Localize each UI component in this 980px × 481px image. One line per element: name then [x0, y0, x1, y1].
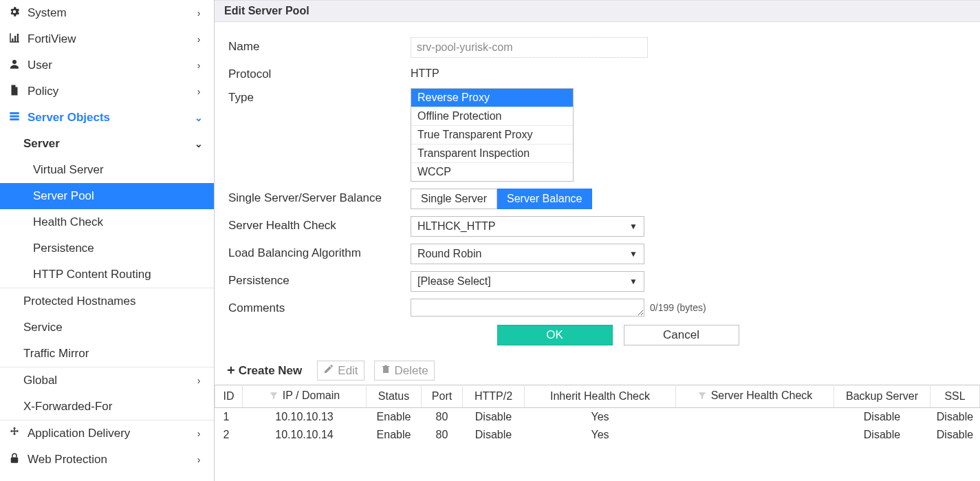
- svg-rect-1: [10, 112, 19, 114]
- create-new-button[interactable]: + Create New: [221, 361, 307, 381]
- chevron-right-icon: ›: [192, 86, 206, 97]
- sidebar-item-user[interactable]: User ›: [0, 52, 214, 78]
- cell-ip: 10.10.10.14: [243, 426, 367, 444]
- th-status[interactable]: Status: [367, 385, 422, 408]
- health-select[interactable]: HLTHCK_HTTP ▼: [411, 216, 644, 237]
- sidebar-item-web-protection[interactable]: Web Protection ›: [0, 447, 214, 473]
- doc-icon: [8, 84, 21, 100]
- th-shc[interactable]: Server Health Check: [676, 385, 834, 408]
- comments-input[interactable]: [411, 299, 644, 317]
- edit-button[interactable]: Edit: [317, 361, 364, 381]
- sidebar-item-label: Persistence: [33, 242, 94, 255]
- plus-icon: +: [227, 363, 235, 378]
- chevron-right-icon: ›: [192, 375, 206, 386]
- table-row[interactable]: 2 10.10.10.14 Enable 80 Disable Yes Disa…: [215, 426, 980, 444]
- caret-down-icon: ▼: [629, 222, 638, 231]
- edit-icon: [323, 363, 334, 378]
- balance-toggle: Single Server Server Balance: [411, 189, 966, 209]
- filter-icon: [269, 391, 279, 400]
- sidebar-item-http-content-routing[interactable]: HTTP Content Routing: [0, 261, 214, 288]
- delete-icon: [380, 363, 391, 378]
- svg-point-0: [12, 60, 17, 64]
- sidebar-item-policy[interactable]: Policy ›: [0, 78, 214, 105]
- cell-shc: [676, 426, 834, 444]
- th-ssl[interactable]: SSL: [930, 385, 980, 408]
- sidebar-item-fortiview[interactable]: FortiView ›: [0, 26, 214, 52]
- sidebar-item-traffic-mirror[interactable]: Traffic Mirror: [0, 341, 214, 367]
- type-option-transparent-inspection[interactable]: Transparent Inspection: [411, 145, 573, 163]
- table-row[interactable]: 1 10.10.10.13 Enable 80 Disable Yes Disa…: [215, 408, 980, 427]
- toggle-server-balance[interactable]: Server Balance: [497, 189, 592, 209]
- sidebar-item-server-objects[interactable]: Server Objects ⌄: [0, 105, 214, 131]
- th-id[interactable]: ID: [215, 385, 243, 408]
- user-icon: [8, 58, 21, 74]
- create-label: Create New: [239, 364, 303, 378]
- sidebar-item-label: Web Protection: [28, 453, 107, 467]
- caret-down-icon: ▼: [629, 249, 638, 259]
- cell-ssl: Disable: [930, 426, 980, 444]
- sidebar-item-label: HTTP Content Routing: [33, 268, 151, 281]
- sidebar-item-label: Service: [23, 321, 63, 334]
- sidebar-item-server[interactable]: Server ⌄: [0, 131, 214, 157]
- algo-select[interactable]: Round Robin ▼: [411, 244, 644, 264]
- persistence-value: [Please Select]: [417, 275, 491, 288]
- balance-label: Single Server/Server Balance: [228, 189, 411, 205]
- caret-down-icon: ▼: [629, 277, 638, 286]
- sidebar-item-label: X-Forwarded-For: [23, 400, 112, 414]
- cell-ip: 10.10.10.13: [243, 408, 367, 427]
- type-option-offline-protection[interactable]: Offline Protection: [411, 107, 573, 126]
- name-label: Name: [228, 37, 411, 54]
- algo-label: Load Balancing Algorithm: [228, 244, 411, 260]
- sidebar-item-global[interactable]: Global ›: [0, 367, 214, 394]
- type-option-reverse-proxy[interactable]: Reverse Proxy: [411, 89, 573, 107]
- cell-inherit: Yes: [525, 426, 676, 444]
- cell-backup: Disable: [834, 408, 930, 427]
- sidebar-item-label: Application Delivery: [28, 427, 130, 440]
- th-port[interactable]: Port: [422, 385, 463, 408]
- th-ip[interactable]: IP / Domain: [243, 385, 367, 408]
- protocol-label: Protocol: [228, 65, 411, 81]
- cell-inherit: Yes: [525, 408, 676, 427]
- sidebar-item-protected-hostnames[interactable]: Protected Hostnames: [0, 288, 214, 314]
- chevron-right-icon: ›: [192, 34, 206, 45]
- sidebar-item-server-pool[interactable]: Server Pool: [0, 183, 214, 209]
- name-input[interactable]: [411, 37, 648, 58]
- chart-icon: [8, 32, 21, 47]
- sidebar-item-persistence[interactable]: Persistence: [0, 235, 214, 261]
- cell-id: 1: [215, 408, 243, 427]
- toggle-single-server[interactable]: Single Server: [411, 189, 497, 209]
- sidebar-item-health-check[interactable]: Health Check: [0, 209, 214, 235]
- sidebar-item-service[interactable]: Service: [0, 314, 214, 341]
- edit-label: Edit: [338, 364, 358, 378]
- sidebar-item-x-forwarded-for[interactable]: X-Forwarded-For: [0, 394, 214, 420]
- sidebar-item-application-delivery[interactable]: Application Delivery ›: [0, 420, 214, 447]
- th-inherit[interactable]: Inherit Health Check: [525, 385, 676, 408]
- cell-id: 2: [215, 426, 243, 444]
- persistence-select[interactable]: [Please Select] ▼: [411, 271, 644, 292]
- cell-ssl: Disable: [930, 408, 980, 427]
- chevron-down-icon: ⌄: [192, 112, 206, 123]
- cell-shc: [676, 408, 834, 427]
- sidebar-item-label: FortiView: [28, 32, 76, 46]
- th-backup[interactable]: Backup Server: [834, 385, 930, 408]
- ok-button[interactable]: OK: [497, 325, 613, 345]
- type-option-true-transparent-proxy[interactable]: True Transparent Proxy: [411, 126, 573, 145]
- page-title: Edit Server Pool: [215, 0, 980, 22]
- type-select[interactable]: Reverse Proxy Offline Protection True Tr…: [411, 88, 574, 182]
- sidebar-item-virtual-server[interactable]: Virtual Server: [0, 157, 214, 183]
- move-icon: [8, 426, 21, 442]
- svg-rect-4: [11, 457, 19, 462]
- th-http2[interactable]: HTTP/2: [463, 385, 525, 408]
- sidebar-item-label: Virtual Server: [33, 163, 104, 177]
- persistence-label: Persistence: [228, 271, 411, 288]
- chevron-right-icon: ›: [192, 60, 206, 71]
- type-option-wccp[interactable]: WCCP: [411, 163, 573, 181]
- cancel-button[interactable]: Cancel: [624, 325, 739, 345]
- delete-button[interactable]: Delete: [374, 361, 435, 381]
- sidebar-item-label: Health Check: [33, 215, 103, 229]
- chevron-right-icon: ›: [192, 8, 206, 19]
- sidebar-item-system[interactable]: System ›: [0, 0, 214, 26]
- member-table: ID IP / Domain Status Port HTTP/2 Inheri…: [215, 385, 980, 444]
- health-value: HLTHCK_HTTP: [417, 220, 496, 233]
- sidebar-item-label: Server: [23, 137, 60, 151]
